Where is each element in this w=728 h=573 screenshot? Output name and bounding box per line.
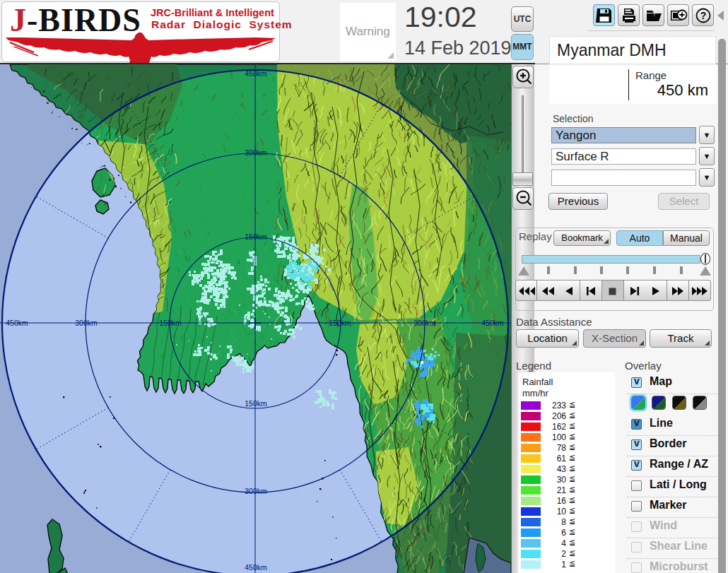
svg-text:450km: 450km [245,563,267,572]
svg-text:?: ? [700,10,706,21]
svg-text:450km: 450km [6,319,28,327]
svg-text:150km: 150km [159,319,182,327]
svg-text:300km: 300km [245,148,267,157]
svg-text:300km: 300km [75,319,98,327]
svg-text:150km: 150km [329,319,351,327]
svg-text:450km: 450km [481,319,504,327]
svg-text:150km: 150km [245,232,267,241]
svg-text:300km: 300km [413,319,436,327]
svg-text:450km: 450km [245,69,267,78]
svg-text:150km: 150km [245,399,267,408]
svg-text:300km: 300km [245,487,267,495]
